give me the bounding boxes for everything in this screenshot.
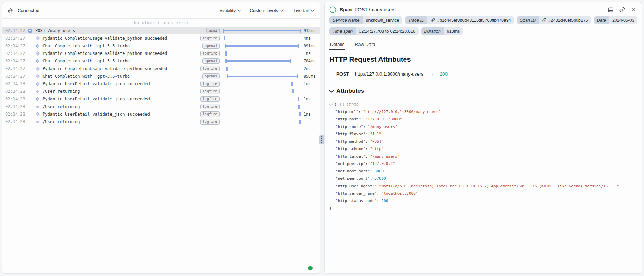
- span-name: POST /many-users: [355, 7, 396, 12]
- json-entry-value: Mozilla/5.0 (Macintosh; Intel Mac OS X 1…: [379, 184, 619, 188]
- json-colon: [363, 125, 367, 129]
- meta-badge-label: Span ID: [517, 16, 539, 24]
- json-entry-value: /many-users: [368, 125, 397, 129]
- trace-list: 02:14:27POST /many-usersasgi913ms02:14:2…: [2, 27, 320, 126]
- link-icon[interactable]: [619, 7, 625, 12]
- span-duration-tick: [299, 112, 301, 116]
- diamond-glyph: [36, 74, 39, 78]
- tab-details[interactable]: Details: [329, 40, 345, 50]
- meta-badge-value: 02:14:27.703 to 02:14:28.616: [356, 27, 418, 35]
- trace-row-tag: openai: [202, 43, 220, 49]
- http-method: POST: [336, 71, 349, 77]
- collapse-chevron-icon: [329, 102, 333, 106]
- meta-badge-value-text: unknown_service: [366, 18, 400, 23]
- span-duration-track: [223, 112, 301, 116]
- http-url: http://127.0.0.1:3000/many-users: [355, 71, 423, 77]
- close-icon[interactable]: [631, 7, 636, 12]
- trace-row-time: 02:14:28: [5, 97, 25, 101]
- trace-row-name: /User returning: [42, 89, 200, 94]
- json-root-line[interactable]: 13 items: [329, 101, 637, 108]
- json-items-count: 13 items: [339, 102, 358, 107]
- trace-row-name: /User returning: [42, 104, 200, 109]
- trace-row-duration: 891ms: [304, 43, 317, 48]
- json-entry-value: 200: [381, 199, 388, 203]
- trace-row-time: 02:14:27: [5, 43, 25, 48]
- trace-row[interactable]: 02:14:28/User returninglogfire: [2, 118, 320, 126]
- live-tail-dropdown[interactable]: Live tail: [294, 8, 314, 13]
- trace-row-tag: logfire: [200, 96, 220, 102]
- trace-row[interactable]: 02:14:28Pydantic UserDetail validate_jso…: [2, 95, 320, 103]
- diamond-icon: [35, 67, 40, 70]
- meta-badge: Time span02:14:27.703 to 02:14:28.616: [329, 27, 419, 35]
- diamond-glyph: [36, 82, 39, 86]
- trace-row-tag: logfire: [200, 66, 220, 71]
- connection-status: Connected: [7, 8, 39, 13]
- span-duration-track: [223, 74, 301, 78]
- section-title: HTTP Request Attributes: [329, 56, 637, 63]
- trace-row[interactable]: 02:14:27Pydantic CompletionUsage validat…: [2, 34, 320, 42]
- trace-row-time: 02:14:27: [5, 66, 25, 71]
- diamond-glyph: [36, 36, 39, 40]
- trace-row-tag: logfire: [200, 89, 220, 94]
- span-duration-bar: [223, 29, 301, 33]
- json-entry: net.host.port3000: [336, 168, 637, 175]
- json-entry-key: http.status_code: [336, 199, 377, 203]
- json-entry: http.schemehttp: [336, 145, 637, 153]
- meta-badge-value-text: #b1c445ef3b0b43116df5760ffb470a94: [437, 18, 511, 23]
- diamond-icon: [35, 60, 40, 62]
- trace-row-name: Chat Completion with 'gpt-3.5-turbo': [42, 43, 202, 48]
- visibility-dropdown[interactable]: Visibility: [215, 8, 246, 13]
- json-entry: http.flavor1.1: [336, 130, 637, 138]
- trace-row[interactable]: 02:14:27Chat Completion with 'gpt-3.5-tu…: [2, 57, 320, 65]
- json-colon: [370, 169, 374, 174]
- trace-row[interactable]: 02:14:28Pydantic UserDetail validate_jso…: [2, 110, 320, 118]
- gear-icon[interactable]: [7, 8, 13, 13]
- trace-row[interactable]: 02:14:28/User returninglogfire: [2, 103, 320, 110]
- json-entry: http.status_code200: [336, 197, 637, 205]
- collapse-icon[interactable]: [28, 29, 32, 33]
- meta-badge-label: Time span: [329, 27, 356, 35]
- trace-row[interactable]: 02:14:27Pydantic CompletionUsage validat…: [2, 65, 320, 72]
- collapse-glyph: [28, 29, 32, 33]
- open-brace: [334, 102, 337, 107]
- trace-row-tag: logfire: [200, 36, 220, 41]
- custom-levels-dropdown[interactable]: Custom levels: [245, 8, 288, 13]
- json-colon: [375, 184, 379, 188]
- trace-row[interactable]: 02:14:27POST /many-usersasgi913ms: [2, 27, 320, 34]
- meta-badge-value[interactable]: #2432d40ef5b0b175: [539, 16, 591, 24]
- meta-badge: Span ID#2432d40ef5b0b175: [517, 16, 591, 24]
- diamond-glyph: [36, 59, 39, 63]
- trace-row-time: 02:14:27: [5, 51, 25, 56]
- json-entry-value: localhost:3000: [381, 191, 418, 196]
- trace-row[interactable]: 02:14:27Chat Completion with 'gpt-3.5-tu…: [2, 72, 320, 80]
- span-duration-track: [223, 120, 301, 124]
- json-entry-key: net.host.port: [336, 169, 370, 174]
- meta-badge-label: Trace ID: [405, 16, 427, 24]
- json-entry-value: 57660: [375, 176, 386, 181]
- trace-row[interactable]: 02:14:27Chat Completion with 'gpt-3.5-tu…: [2, 42, 320, 50]
- chevron-down-icon: [310, 8, 314, 11]
- span-duration-track: [223, 97, 301, 101]
- trace-row[interactable]: 02:14:27Pydantic CompletionUsage validat…: [2, 50, 320, 57]
- trace-row-name: Pydantic UserDetail validate_json succee…: [42, 112, 200, 117]
- span-duration-tick: [225, 51, 227, 56]
- live-tail-dropdown-label: Live tail: [294, 8, 309, 13]
- json-entry-value: POST: [370, 139, 384, 144]
- span-duration-track: [223, 89, 301, 93]
- meta-badge-value[interactable]: #b1c445ef3b0b43116df5760ffb470a94: [427, 16, 514, 24]
- trace-row-tag: logfire: [200, 51, 220, 56]
- arrow-right-icon: →: [429, 71, 434, 77]
- trace-row[interactable]: 02:14:28Pydantic UserDetail validate_jso…: [2, 80, 320, 88]
- meta-badge-value-text: 913ms: [447, 29, 460, 34]
- span-duration-tick: [292, 89, 294, 93]
- panel-resize-handle[interactable]: [319, 135, 324, 144]
- diamond-glyph: [36, 112, 39, 116]
- json-entry-key: http.user_agent: [336, 184, 375, 188]
- tab-raw-data[interactable]: Raw Data: [354, 40, 376, 50]
- dock-panel-icon[interactable]: [608, 7, 614, 13]
- meta-badge: Duration913ms: [421, 27, 463, 35]
- json-entry-key: http.scheme: [336, 147, 365, 151]
- span-duration-track: [223, 44, 301, 48]
- trace-row[interactable]: 02:14:28/User returninglogfire: [2, 88, 320, 95]
- attributes-section-header[interactable]: Attributes: [329, 88, 637, 95]
